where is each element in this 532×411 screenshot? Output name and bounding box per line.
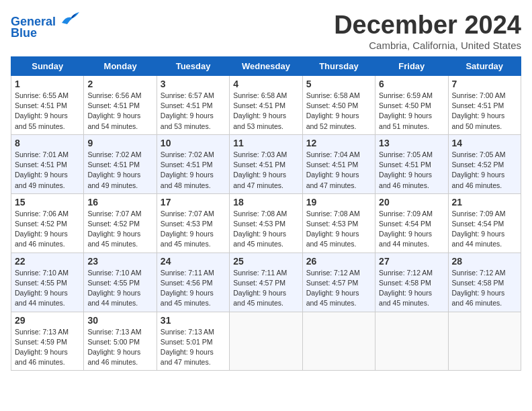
- calendar-cell: 11Sunrise: 7:03 AMSunset: 4:51 PMDayligh…: [230, 134, 302, 193]
- day-number: 29: [15, 315, 80, 326]
- day-number: 19: [306, 197, 371, 208]
- calendar-header: Sunday Monday Tuesday Wednesday Thursday…: [11, 57, 521, 76]
- calendar-cell: 8Sunrise: 7:01 AMSunset: 4:51 PMDaylight…: [11, 134, 84, 193]
- calendar-cell: 1Sunrise: 6:55 AMSunset: 4:51 PMDaylight…: [11, 76, 84, 135]
- day-info: Sunrise: 7:13 AMSunset: 5:01 PMDaylight:…: [161, 327, 226, 368]
- day-info: Sunrise: 7:10 AMSunset: 4:55 PMDaylight:…: [15, 268, 80, 309]
- day-number: 28: [452, 256, 517, 267]
- day-number: 17: [161, 197, 226, 208]
- day-info: Sunrise: 7:09 AMSunset: 4:54 PMDaylight:…: [379, 209, 444, 250]
- day-number: 12: [306, 138, 371, 148]
- calendar-cell: 26Sunrise: 7:12 AMSunset: 4:57 PMDayligh…: [302, 253, 375, 312]
- month-title: December 2024: [334, 11, 521, 40]
- page-header: General Blue December 2024 Cambria, Cali…: [11, 11, 521, 51]
- day-number: 4: [233, 79, 298, 89]
- day-number: 30: [87, 315, 152, 326]
- calendar-cell: 25Sunrise: 7:11 AMSunset: 4:57 PMDayligh…: [230, 253, 302, 312]
- day-number: 10: [161, 138, 226, 148]
- day-number: 18: [233, 197, 298, 208]
- calendar-cell: 23Sunrise: 7:10 AMSunset: 4:55 PMDayligh…: [84, 253, 157, 312]
- calendar-cell: 7Sunrise: 7:00 AMSunset: 4:51 PMDaylight…: [448, 76, 521, 135]
- day-info: Sunrise: 7:12 AMSunset: 4:58 PMDaylight:…: [379, 268, 444, 309]
- day-number: 23: [87, 256, 152, 267]
- day-number: 22: [15, 256, 80, 267]
- calendar-week-5: 29Sunrise: 7:13 AMSunset: 4:59 PMDayligh…: [11, 312, 521, 371]
- day-info: Sunrise: 7:10 AMSunset: 4:55 PMDaylight:…: [87, 268, 152, 309]
- calendar-cell: 20Sunrise: 7:09 AMSunset: 4:54 PMDayligh…: [375, 193, 448, 253]
- calendar-cell: 9Sunrise: 7:02 AMSunset: 4:51 PMDaylight…: [84, 134, 157, 193]
- day-number: 31: [161, 315, 226, 326]
- day-number: 26: [306, 256, 371, 267]
- day-number: 16: [87, 197, 152, 208]
- day-number: 11: [233, 138, 298, 148]
- header-row: Sunday Monday Tuesday Wednesday Thursday…: [11, 57, 521, 76]
- day-number: 9: [87, 138, 152, 148]
- day-info: Sunrise: 6:57 AMSunset: 4:51 PMDaylight:…: [161, 91, 226, 132]
- calendar-cell: [375, 312, 448, 371]
- day-info: Sunrise: 6:55 AMSunset: 4:51 PMDaylight:…: [15, 91, 80, 132]
- day-number: 7: [452, 79, 517, 89]
- day-info: Sunrise: 7:05 AMSunset: 4:52 PMDaylight:…: [452, 150, 517, 191]
- calendar-cell: 19Sunrise: 7:08 AMSunset: 4:53 PMDayligh…: [302, 193, 375, 253]
- day-info: Sunrise: 7:13 AMSunset: 5:00 PMDaylight:…: [87, 327, 152, 368]
- logo-bird-icon: [60, 11, 79, 26]
- day-info: Sunrise: 6:58 AMSunset: 4:51 PMDaylight:…: [233, 91, 298, 132]
- day-number: 3: [161, 79, 226, 89]
- day-number: 1: [15, 79, 80, 89]
- day-number: 21: [452, 197, 517, 208]
- calendar-cell: 5Sunrise: 6:58 AMSunset: 4:50 PMDaylight…: [302, 76, 375, 135]
- calendar-cell: 24Sunrise: 7:11 AMSunset: 4:56 PMDayligh…: [157, 253, 229, 312]
- calendar-cell: 13Sunrise: 7:05 AMSunset: 4:51 PMDayligh…: [375, 134, 448, 193]
- calendar-cell: 6Sunrise: 6:59 AMSunset: 4:50 PMDaylight…: [375, 76, 448, 135]
- col-saturday: Saturday: [448, 57, 521, 76]
- calendar-week-2: 8Sunrise: 7:01 AMSunset: 4:51 PMDaylight…: [11, 134, 521, 193]
- calendar-cell: 22Sunrise: 7:10 AMSunset: 4:55 PMDayligh…: [11, 253, 84, 312]
- calendar-week-3: 15Sunrise: 7:06 AMSunset: 4:52 PMDayligh…: [11, 193, 521, 253]
- col-thursday: Thursday: [302, 57, 375, 76]
- col-tuesday: Tuesday: [157, 57, 229, 76]
- day-info: Sunrise: 6:58 AMSunset: 4:50 PMDaylight:…: [306, 91, 371, 132]
- day-info: Sunrise: 7:08 AMSunset: 4:53 PMDaylight:…: [233, 209, 298, 250]
- calendar-cell: 17Sunrise: 7:07 AMSunset: 4:53 PMDayligh…: [157, 193, 229, 253]
- calendar-cell: 3Sunrise: 6:57 AMSunset: 4:51 PMDaylight…: [157, 76, 229, 135]
- calendar-cell: 31Sunrise: 7:13 AMSunset: 5:01 PMDayligh…: [157, 312, 229, 371]
- calendar-table: Sunday Monday Tuesday Wednesday Thursday…: [11, 56, 521, 371]
- calendar-cell: 18Sunrise: 7:08 AMSunset: 4:53 PMDayligh…: [230, 193, 302, 253]
- day-info: Sunrise: 7:01 AMSunset: 4:51 PMDaylight:…: [15, 150, 80, 191]
- day-info: Sunrise: 6:59 AMSunset: 4:50 PMDaylight:…: [379, 91, 444, 132]
- col-monday: Monday: [84, 57, 157, 76]
- calendar-cell: [302, 312, 375, 371]
- day-info: Sunrise: 7:09 AMSunset: 4:54 PMDaylight:…: [452, 209, 517, 250]
- calendar-cell: 29Sunrise: 7:13 AMSunset: 4:59 PMDayligh…: [11, 312, 84, 371]
- col-sunday: Sunday: [11, 57, 84, 76]
- calendar-cell: 10Sunrise: 7:02 AMSunset: 4:51 PMDayligh…: [157, 134, 229, 193]
- day-number: 5: [306, 79, 371, 89]
- calendar-cell: 15Sunrise: 7:06 AMSunset: 4:52 PMDayligh…: [11, 193, 84, 253]
- day-info: Sunrise: 7:08 AMSunset: 4:53 PMDaylight:…: [306, 209, 371, 250]
- calendar-cell: 12Sunrise: 7:04 AMSunset: 4:51 PMDayligh…: [302, 134, 375, 193]
- calendar-cell: 30Sunrise: 7:13 AMSunset: 5:00 PMDayligh…: [84, 312, 157, 371]
- day-info: Sunrise: 7:07 AMSunset: 4:52 PMDaylight:…: [87, 209, 152, 250]
- day-info: Sunrise: 7:00 AMSunset: 4:51 PMDaylight:…: [452, 91, 517, 132]
- calendar-week-4: 22Sunrise: 7:10 AMSunset: 4:55 PMDayligh…: [11, 253, 521, 312]
- day-number: 2: [87, 79, 152, 89]
- day-number: 24: [161, 256, 226, 267]
- day-info: Sunrise: 7:12 AMSunset: 4:57 PMDaylight:…: [306, 268, 371, 309]
- day-info: Sunrise: 7:02 AMSunset: 4:51 PMDaylight:…: [87, 150, 152, 191]
- day-info: Sunrise: 7:11 AMSunset: 4:57 PMDaylight:…: [233, 268, 298, 309]
- logo: General Blue: [11, 11, 79, 40]
- calendar-body: 1Sunrise: 6:55 AMSunset: 4:51 PMDaylight…: [11, 76, 521, 371]
- day-number: 8: [15, 138, 80, 148]
- day-info: Sunrise: 7:07 AMSunset: 4:53 PMDaylight:…: [161, 209, 226, 250]
- day-number: 20: [379, 197, 444, 208]
- day-info: Sunrise: 7:05 AMSunset: 4:51 PMDaylight:…: [379, 150, 444, 191]
- col-wednesday: Wednesday: [230, 57, 302, 76]
- calendar-cell: 16Sunrise: 7:07 AMSunset: 4:52 PMDayligh…: [84, 193, 157, 253]
- day-info: Sunrise: 7:06 AMSunset: 4:52 PMDaylight:…: [15, 209, 80, 250]
- calendar-cell: 4Sunrise: 6:58 AMSunset: 4:51 PMDaylight…: [230, 76, 302, 135]
- day-info: Sunrise: 7:12 AMSunset: 4:58 PMDaylight:…: [452, 268, 517, 309]
- day-number: 14: [452, 138, 517, 148]
- day-number: 27: [379, 256, 444, 267]
- day-number: 15: [15, 197, 80, 208]
- calendar-cell: [448, 312, 521, 371]
